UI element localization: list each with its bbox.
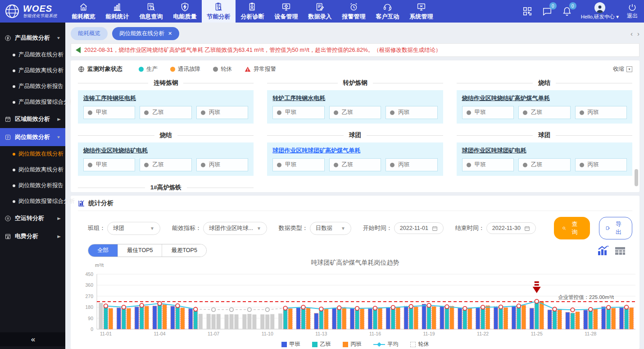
- bar-丙班[interactable]: [163, 305, 167, 329]
- end-date-input[interactable]: 2022-11-30: [486, 222, 536, 234]
- sidebar-child-9[interactable]: 岗位能效离线分析: [0, 162, 65, 178]
- sidebar-parent-1[interactable]: 产品能效分析▼: [0, 29, 65, 47]
- bar-丙班[interactable]: [558, 310, 562, 329]
- shift-status-box[interactable]: 甲班: [272, 106, 324, 119]
- bar-甲班[interactable]: [242, 314, 246, 329]
- bar-乙班[interactable]: [625, 307, 629, 329]
- bar-丙班[interactable]: [181, 308, 185, 329]
- indicator-link[interactable]: 连铸工序吨钢坯电耗: [83, 94, 136, 102]
- bar-丙班[interactable]: [217, 314, 221, 329]
- page-tab-1[interactable]: 能耗概览: [71, 27, 108, 40]
- bar-丙班[interactable]: [450, 306, 454, 329]
- bar-丙班[interactable]: [594, 309, 598, 329]
- top-nav-item-5[interactable]: 节能分析: [202, 0, 236, 23]
- bar-丙班[interactable]: [576, 312, 580, 329]
- bar-丙班[interactable]: [432, 307, 436, 329]
- bar-丙班[interactable]: [342, 308, 346, 329]
- view-tab-3[interactable]: 最差TOP5: [162, 244, 206, 257]
- top-nav-item-7[interactable]: 设备管理: [269, 0, 303, 23]
- bar-甲班[interactable]: [99, 303, 103, 329]
- bar-丙班[interactable]: [630, 308, 634, 329]
- average-point[interactable]: [589, 308, 593, 312]
- bar-甲班[interactable]: [260, 314, 264, 329]
- average-point[interactable]: [337, 306, 341, 310]
- bar-甲班[interactable]: [422, 304, 426, 329]
- average-point[interactable]: [319, 307, 323, 311]
- page-tab-2[interactable]: 岗位能效在线分析✕: [112, 27, 179, 40]
- shift-status-box[interactable]: 甲班: [462, 158, 514, 171]
- bar-丙班[interactable]: [522, 305, 526, 329]
- bar-乙班[interactable]: [391, 308, 395, 329]
- bar-丙班[interactable]: [468, 308, 472, 329]
- bar-乙班[interactable]: [247, 314, 251, 329]
- shift-status-box[interactable]: 乙班: [518, 106, 570, 119]
- top-nav-item-10[interactable]: 客户互动: [371, 0, 404, 23]
- top-nav-item-4[interactable]: 电能质量: [168, 0, 202, 23]
- average-point[interactable]: [104, 304, 108, 308]
- sidebar-child-8[interactable]: 岗位能效在线分析: [0, 146, 65, 162]
- indicator-link[interactable]: 烧结作业区吨烧结矿电耗: [83, 147, 148, 155]
- bar-丙班[interactable]: [486, 306, 490, 329]
- bar-乙班[interactable]: [553, 309, 557, 329]
- bar-甲班[interactable]: [494, 307, 498, 329]
- shift-status-box[interactable]: 乙班: [518, 158, 570, 171]
- shift-status-box[interactable]: 甲班: [462, 106, 514, 119]
- bar-乙班[interactable]: [445, 307, 449, 329]
- bar-甲班[interactable]: [135, 307, 139, 329]
- average-point[interactable]: [158, 302, 162, 306]
- shift-status-box[interactable]: 乙班: [329, 106, 381, 119]
- bar-甲班[interactable]: [350, 308, 354, 329]
- average-point[interactable]: [248, 308, 252, 312]
- bar-甲班[interactable]: [332, 308, 336, 329]
- indicator-select[interactable]: 球团作业区吨球...▼: [203, 222, 267, 235]
- bar-甲班[interactable]: [296, 308, 300, 329]
- shift-status-box[interactable]: 甲班: [83, 158, 135, 171]
- bar-乙班[interactable]: [301, 307, 305, 329]
- legend-item-甲班[interactable]: 甲班: [281, 340, 300, 348]
- top-nav-item-9[interactable]: 报警管理: [337, 0, 371, 23]
- export-button[interactable]: 导 出: [599, 217, 632, 239]
- bar-乙班[interactable]: [230, 314, 234, 329]
- bar-乙班[interactable]: [589, 309, 593, 329]
- bar-甲班[interactable]: [278, 313, 282, 329]
- average-point[interactable]: [176, 304, 180, 308]
- average-point[interactable]: [481, 305, 485, 309]
- bar-甲班[interactable]: [548, 310, 552, 329]
- average-point[interactable]: [391, 305, 395, 309]
- bar-丙班[interactable]: [396, 307, 400, 329]
- shift-status-box[interactable]: 甲班: [83, 106, 135, 119]
- top-nav-item-1[interactable]: 能耗概览: [67, 0, 100, 23]
- bar-甲班[interactable]: [404, 306, 408, 329]
- bar-甲班[interactable]: [620, 308, 624, 329]
- average-point[interactable]: [122, 305, 126, 309]
- bar-甲班[interactable]: [512, 306, 516, 329]
- bar-乙班[interactable]: [571, 313, 575, 329]
- shift-status-box[interactable]: 丙班: [575, 106, 627, 119]
- bar-丙班[interactable]: [270, 314, 274, 329]
- average-point[interactable]: [194, 308, 198, 312]
- bar-乙班[interactable]: [607, 307, 611, 329]
- average-point[interactable]: [301, 305, 305, 309]
- shift-status-box[interactable]: 丙班: [385, 158, 437, 171]
- sidebar-parent-6[interactable]: 区域能效分析▶: [0, 110, 65, 128]
- average-point[interactable]: [140, 303, 144, 308]
- bar-甲班[interactable]: [117, 308, 121, 329]
- bar-乙班[interactable]: [481, 307, 485, 329]
- top-nav-item-2[interactable]: 能耗统计: [100, 0, 134, 23]
- bar-甲班[interactable]: [368, 308, 372, 329]
- bar-乙班[interactable]: [176, 307, 180, 329]
- bar-乙班[interactable]: [337, 308, 341, 329]
- sidebar-parent-7[interactable]: 岗位能效分析▼: [0, 128, 65, 146]
- average-point[interactable]: [427, 303, 431, 308]
- average-point[interactable]: [230, 308, 234, 312]
- bar-乙班[interactable]: [265, 314, 269, 329]
- bar-乙班[interactable]: [283, 308, 287, 329]
- bar-甲班[interactable]: [458, 308, 462, 329]
- average-point[interactable]: [499, 305, 503, 309]
- message-icon[interactable]: 0: [541, 5, 553, 17]
- bar-丙班[interactable]: [109, 308, 113, 329]
- average-point[interactable]: [625, 305, 629, 309]
- bar-丙班[interactable]: [324, 308, 328, 329]
- bar-丙班[interactable]: [252, 314, 256, 329]
- bar-甲班[interactable]: [602, 307, 606, 329]
